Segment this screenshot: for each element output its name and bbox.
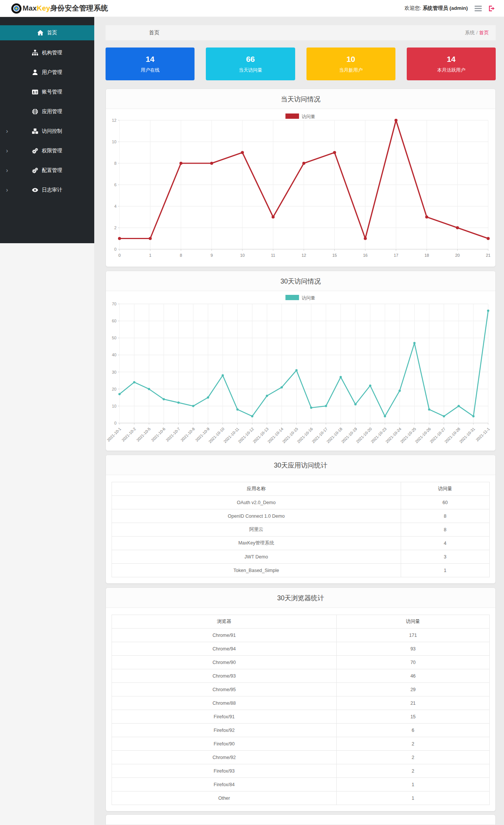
- svg-text:18: 18: [424, 253, 429, 258]
- svg-text:11: 11: [271, 253, 275, 258]
- 30day-visits-chart-body: 0102030405060702021-10-12021-10-22021-10…: [106, 291, 495, 451]
- svg-text:20: 20: [455, 253, 460, 258]
- stat-label: 用户在线: [141, 67, 159, 74]
- chevron-right-icon: ›: [6, 167, 8, 173]
- menu-toggle-icon[interactable]: [475, 6, 482, 11]
- table-cell: Firefox/93: [112, 764, 337, 778]
- svg-text:40: 40: [112, 353, 116, 357]
- table-cell: 1: [337, 778, 490, 791]
- table-cell: 15: [337, 710, 490, 724]
- home-icon: [37, 30, 43, 36]
- stat-card-month-new-users[interactable]: 10当月新用户: [306, 48, 395, 80]
- svg-text:70: 70: [112, 302, 116, 306]
- sidebar-item-account[interactable]: 账号管理: [0, 82, 94, 102]
- table-row: Chrome/922: [112, 751, 490, 764]
- id-card-icon: [32, 89, 38, 95]
- user-icon: [32, 69, 38, 75]
- current-user: 系统管理员 (admin): [423, 5, 468, 11]
- table-header-cell: 访问量: [401, 482, 489, 496]
- sidebar-item-label: 机构管理: [42, 49, 62, 56]
- today-visits-line-chart: 0246810120189101112151617182021访问量: [106, 109, 495, 267]
- svg-text:2021-11-1: 2021-11-1: [475, 426, 491, 442]
- table-cell: Firefox/84: [112, 778, 337, 791]
- table-row: Chrome/9346: [112, 669, 490, 683]
- browser-stats-table-wrap: 浏览器访问量Chrome/91171Chrome/9493Chrome/9070…: [106, 608, 495, 811]
- sidebar-item-access[interactable]: ›访问控制: [0, 121, 94, 141]
- table-cell: 21: [337, 696, 490, 710]
- stat-card-online-users[interactable]: 14用户在线: [106, 48, 195, 80]
- stat-label: 本月活跃用户: [437, 67, 465, 74]
- svg-text:30: 30: [112, 370, 116, 374]
- table-cell: Chrome/95: [112, 683, 337, 696]
- gears-icon: [32, 167, 38, 173]
- breadcrumb: 首页 系统/首页: [106, 25, 496, 40]
- brand-max: Max: [23, 4, 37, 12]
- sidebar-item-home[interactable]: 首页: [0, 25, 94, 40]
- sidebar: 首页机构管理用户管理账号管理应用管理›访问控制›权限管理›配置管理›日志审计: [0, 17, 94, 243]
- sidebar-item-perm[interactable]: ›权限管理: [0, 141, 94, 161]
- sidebar-item-app[interactable]: 应用管理: [0, 102, 94, 121]
- table-cell: 8: [401, 509, 489, 523]
- globe-icon: [32, 109, 38, 115]
- svg-text:2021-10-8: 2021-10-8: [180, 426, 196, 442]
- breadcrumb-separator: /: [476, 30, 478, 35]
- svg-text:15: 15: [332, 253, 337, 258]
- sidebar-item-user[interactable]: 用户管理: [0, 63, 94, 82]
- svg-text:2: 2: [114, 225, 116, 230]
- svg-text:12: 12: [112, 118, 116, 123]
- svg-text:2021-10-10: 2021-10-10: [208, 426, 225, 444]
- panel-title-browser-stats: 30天浏览器统计: [106, 588, 495, 608]
- panel-title-today-visits: 当天访问情况: [106, 89, 495, 109]
- sidebar-item-label: 访问控制: [42, 128, 62, 135]
- top-header: MaxKey身份安全管理系统 欢迎您: 系统管理员 (admin): [0, 0, 504, 17]
- svg-text:访问量: 访问量: [302, 295, 315, 301]
- table-row: MaxKey管理系统4: [112, 537, 490, 550]
- sidebar-item-label: 首页: [47, 29, 57, 36]
- sidebar-spacer: [0, 243, 94, 825]
- panel-app-visit-stats: 30天应用访问统计 应用名称访问量OAuth v2.0_Demo60OpenID…: [106, 455, 496, 584]
- table-cell: OAuth v2.0_Demo: [112, 496, 401, 509]
- svg-text:16: 16: [363, 253, 368, 258]
- table-cell: Other: [112, 791, 337, 805]
- breadcrumb-current-link[interactable]: 首页: [479, 30, 489, 35]
- table-cell: 171: [337, 629, 490, 642]
- sidebar-item-label: 配置管理: [42, 167, 62, 174]
- svg-text:1: 1: [149, 253, 151, 258]
- table-cell: Chrome/92: [112, 751, 337, 764]
- table-row: Token_Based_Simple1: [112, 564, 490, 577]
- table-header-cell: 浏览器: [112, 615, 337, 629]
- table-row: 阿里云8: [112, 523, 490, 537]
- table-row: Firefox/902: [112, 737, 490, 751]
- table-header-row: 浏览器访问量: [112, 615, 490, 629]
- table-header-cell: 应用名称: [112, 482, 401, 496]
- breadcrumb-root-link[interactable]: 系统: [465, 30, 475, 35]
- table-row: Chrome/91171: [112, 629, 490, 642]
- stat-value: 14: [447, 55, 455, 64]
- sidebar-item-audit[interactable]: ›日志审计: [0, 180, 94, 200]
- table-cell: Token_Based_Simple: [112, 564, 401, 577]
- table-row: Chrome/9493: [112, 642, 490, 656]
- svg-text:50: 50: [112, 336, 116, 340]
- svg-text:2021-10-1: 2021-10-1: [106, 426, 122, 442]
- sidebar-item-org[interactable]: 机构管理: [0, 43, 94, 63]
- table-cell: Chrome/93: [112, 669, 337, 683]
- chevron-right-icon: ›: [6, 187, 8, 193]
- sidebar-item-config[interactable]: ›配置管理: [0, 161, 94, 180]
- logo-core-dot: [15, 8, 17, 9]
- svg-text:2021-10-31: 2021-10-31: [458, 426, 476, 444]
- table-row: Chrome/8821: [112, 696, 490, 710]
- table-cell: MaxKey管理系统: [112, 537, 401, 550]
- table-cell: OpenID Connect 1.0 Demo: [112, 509, 401, 523]
- table-row: Firefox/926: [112, 724, 490, 737]
- page-title: 首页: [149, 29, 159, 36]
- stat-value: 14: [146, 55, 154, 64]
- svg-text:10: 10: [240, 253, 245, 258]
- logout-icon[interactable]: [489, 5, 495, 12]
- stat-card-month-active-users[interactable]: 14本月活跃用户: [407, 48, 496, 80]
- table-header-row: 应用名称访问量: [112, 482, 490, 496]
- table-cell: 46: [337, 669, 490, 683]
- maxkey-logo-icon: [11, 3, 21, 14]
- stat-card-today-visits[interactable]: 66当天访问量: [206, 48, 295, 80]
- brand-logo: MaxKey身份安全管理系统: [11, 3, 108, 14]
- logo-inner-circle: [14, 6, 19, 11]
